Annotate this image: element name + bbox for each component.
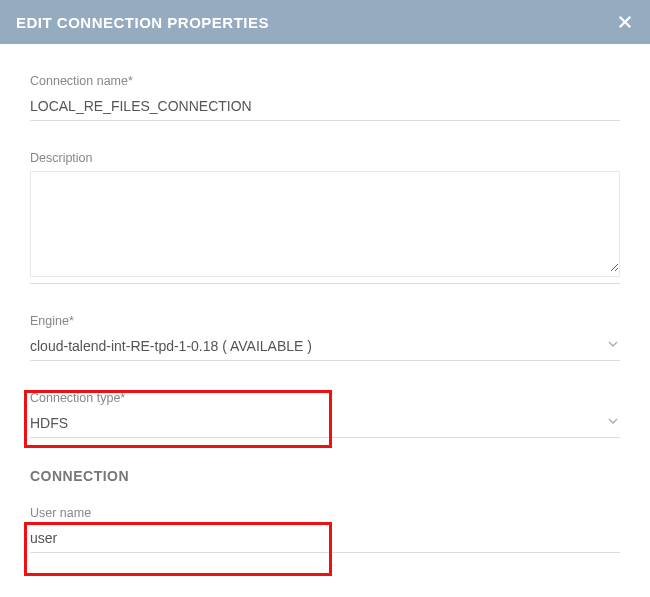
field-connection-type: Connection type* (30, 391, 620, 438)
engine-select[interactable] (30, 334, 620, 361)
connection-type-select[interactable] (30, 411, 620, 438)
field-connection-name: Connection name* (30, 74, 620, 121)
section-title-connection: CONNECTION (30, 468, 620, 484)
user-name-input[interactable] (30, 526, 620, 553)
field-user-name: User name (30, 506, 620, 553)
engine-label: Engine* (30, 314, 620, 328)
dialog-body: Connection name* Description Engine* Con… (0, 44, 650, 597)
dialog-title: EDIT CONNECTION PROPERTIES (16, 14, 269, 31)
description-label: Description (30, 151, 620, 165)
connection-name-label: Connection name* (30, 74, 620, 88)
field-engine: Engine* (30, 314, 620, 361)
dialog-header: EDIT CONNECTION PROPERTIES (0, 0, 650, 44)
connection-name-input[interactable] (30, 94, 620, 121)
description-textarea[interactable] (31, 172, 619, 272)
connection-type-label: Connection type* (30, 391, 620, 405)
field-description: Description (30, 151, 620, 284)
close-icon[interactable] (616, 13, 634, 31)
user-name-label: User name (30, 506, 620, 520)
description-textarea-wrap (30, 171, 620, 277)
